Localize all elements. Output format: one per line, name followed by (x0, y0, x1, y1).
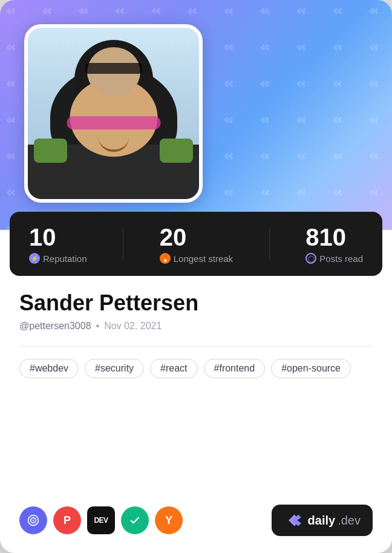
fire-icon: 🔥 (160, 253, 171, 264)
card-footer: P DEV Y daily.dev (0, 505, 392, 553)
social-icon-producthunt[interactable]: P (53, 506, 81, 534)
posts-label: ◯ Posts read (305, 253, 363, 264)
social-icon-hackernews[interactable]: Y (155, 506, 183, 534)
tags-container: #webdev#security#react#frontend#open-sou… (19, 359, 373, 378)
stat-streak: 20 🔥 Longest streak (160, 224, 233, 264)
ring-icon: ◯ (305, 253, 316, 264)
profile-card: 10 ⚡ Reputation 20 🔥 Longest streak 810 … (0, 0, 392, 553)
social-icon-devto[interactable]: DEV (87, 506, 115, 534)
tag-item[interactable]: #webdev (19, 359, 79, 378)
profile-divider (19, 346, 373, 347)
tag-item[interactable]: #open-source (271, 359, 351, 378)
streak-label: 🔥 Longest streak (160, 253, 233, 264)
streak-value: 20 (160, 224, 187, 250)
stats-bar: 10 ⚡ Reputation 20 🔥 Longest streak 810 … (10, 212, 382, 276)
posts-label-text: Posts read (319, 254, 363, 264)
profile-handle: @pettersen3008 (19, 321, 91, 332)
brand-name-daily: daily (308, 514, 336, 528)
reputation-value: 10 (29, 224, 56, 250)
daily-dev-logo: daily.dev (308, 514, 361, 528)
avatar-image (28, 28, 199, 199)
social-icon-codesandbox[interactable] (121, 506, 149, 534)
tag-item[interactable]: #react (150, 359, 197, 378)
stat-posts: 810 ◯ Posts read (305, 224, 363, 264)
tag-item[interactable]: #frontend (204, 359, 266, 378)
card-header (0, 0, 392, 230)
streak-label-text: Longest streak (174, 254, 233, 264)
tag-item[interactable]: #security (85, 359, 144, 378)
social-icon-target[interactable] (19, 506, 47, 534)
card-body: Sander Pettersen @pettersen3008 • Nov 02… (0, 276, 392, 505)
daily-dev-icon (284, 511, 303, 530)
daily-dev-badge: daily.dev (272, 505, 373, 536)
bolt-icon: ⚡ (29, 253, 40, 264)
stat-divider-1 (123, 229, 123, 259)
stat-reputation: 10 ⚡ Reputation (29, 224, 87, 264)
profile-meta: @pettersen3008 • Nov 02, 2021 (19, 321, 373, 332)
social-icons: P DEV Y (19, 506, 183, 534)
reputation-label: ⚡ Reputation (29, 253, 87, 264)
profile-join-date: Nov 02, 2021 (104, 321, 162, 332)
brand-name-dev: .dev (338, 514, 361, 528)
reputation-label-text: Reputation (43, 254, 87, 264)
stat-divider-2 (269, 229, 270, 259)
posts-value: 810 (305, 224, 346, 250)
avatar (24, 24, 203, 203)
svg-point-3 (33, 520, 34, 522)
meta-separator: • (96, 321, 100, 332)
profile-name: Sander Pettersen (19, 290, 373, 316)
